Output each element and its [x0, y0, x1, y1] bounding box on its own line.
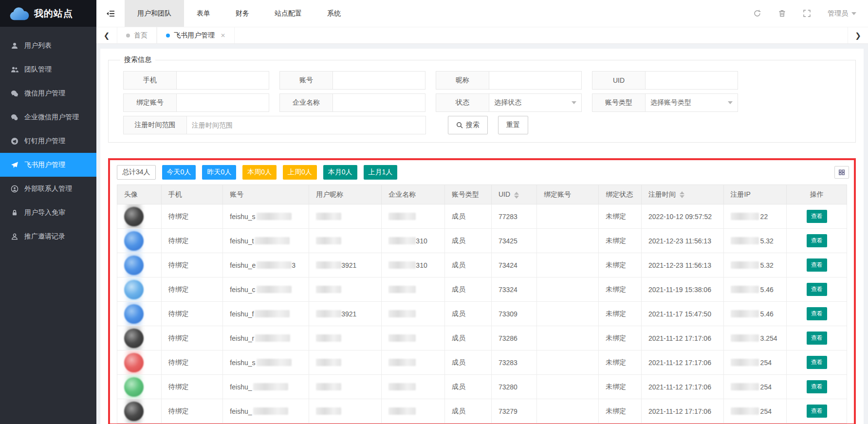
company-cell: 310	[382, 253, 445, 277]
search-field-input[interactable]	[489, 71, 582, 90]
phone-cell: 待绑定	[161, 399, 223, 424]
sidebar-item-4[interactable]: 企业微信用户管理	[0, 105, 96, 129]
brand-logo[interactable]: 我的站点	[0, 0, 96, 27]
phone-cell: 待绑定	[161, 326, 223, 350]
action-cell: 查看	[787, 375, 847, 399]
phone-cell: 待绑定	[161, 375, 223, 399]
tab-2[interactable]: 飞书用户管理✕	[157, 27, 235, 43]
search-field-input[interactable]	[646, 71, 738, 90]
search-field-label: 账号类型	[592, 93, 646, 112]
search-field-input[interactable]	[333, 71, 425, 90]
top-nav-item-3[interactable]: 财务	[223, 0, 262, 27]
column-settings-button[interactable]	[834, 166, 849, 179]
tabs-scroll-left-icon[interactable]: ❮	[96, 27, 117, 43]
wechat-work-icon	[11, 113, 18, 121]
sidebar-collapse-icon[interactable]	[96, 9, 125, 18]
sidebar-item-7[interactable]: 外部联系人管理	[0, 177, 96, 201]
uid-cell: 73309	[491, 302, 536, 326]
sidebar-item-label: 团队管理	[24, 65, 52, 74]
select-value: 选择账号类型	[650, 98, 691, 107]
ip-redaction-blur	[731, 310, 759, 317]
sidebar-item-6[interactable]: 飞书用户管理	[0, 153, 96, 177]
search-field-input[interactable]	[177, 93, 269, 112]
stat-badge-7[interactable]: 上月1人	[364, 165, 398, 180]
top-nav-item-5[interactable]: 系统	[314, 0, 353, 27]
fullscreen-icon[interactable]	[803, 9, 811, 18]
avatar-wrap	[124, 231, 144, 251]
uid-cell: 73324	[491, 277, 536, 302]
dingtalk-icon	[11, 137, 18, 145]
chevron-down-icon	[728, 101, 733, 104]
sidebar-item-1[interactable]: 用户列表	[0, 34, 96, 57]
register-time-range-input[interactable]	[187, 116, 426, 134]
tabs-scroll-right-icon[interactable]: ❯	[848, 27, 868, 43]
nickname-redaction-blur	[316, 334, 341, 342]
account-prefix: feishu_s	[230, 213, 255, 221]
tab-bar: ❮ 首页飞书用户管理✕ ❯	[96, 27, 868, 44]
account-redaction-blur	[255, 237, 290, 244]
sidebar-item-5[interactable]: 钉钉用户管理	[0, 129, 96, 153]
view-button[interactable]: 查看	[807, 283, 827, 296]
refresh-icon[interactable]	[753, 9, 761, 18]
stat-badge-4[interactable]: 本周0人	[242, 165, 277, 180]
annotation-highlight-box: 总计34人今天0人昨天0人本周0人上周0人本月0人上月1人	[108, 158, 856, 424]
view-button[interactable]: 查看	[807, 258, 827, 272]
view-button[interactable]: 查看	[807, 405, 827, 418]
avatar	[124, 304, 144, 324]
reset-button[interactable]: 重置	[498, 116, 528, 134]
company-tail: 310	[416, 237, 427, 245]
uid-cell: 73424	[491, 253, 536, 277]
tab-1[interactable]: 首页	[117, 27, 157, 43]
sidebar-item-2[interactable]: 团队管理	[0, 57, 96, 81]
sidebar-item-9[interactable]: 推广邀请记录	[0, 224, 96, 248]
view-button[interactable]: 查看	[807, 356, 827, 369]
brand-title: 我的站点	[34, 7, 73, 20]
view-button[interactable]: 查看	[807, 332, 827, 345]
search-panel-title: 搜索信息	[120, 55, 155, 64]
uid-cell: 73280	[491, 375, 536, 399]
stat-badge-3[interactable]: 昨天0人	[202, 165, 236, 180]
tab-close-icon[interactable]: ✕	[221, 32, 225, 39]
avatar	[124, 231, 144, 251]
tab-status-dot	[166, 34, 170, 37]
bind-status-cell: 未绑定	[599, 399, 642, 424]
search-form-row-2: 绑定账号企业名称状态选择状态账号类型选择账号类型	[123, 93, 855, 112]
view-button[interactable]: 查看	[807, 234, 827, 247]
view-button[interactable]: 查看	[807, 210, 827, 223]
register-time-cell: 2021-11-12 17:17:06	[641, 399, 723, 424]
sidebar-item-3[interactable]: 微信用户管理	[0, 81, 96, 105]
search-field-select[interactable]: 选择账号类型	[646, 93, 738, 112]
view-button[interactable]: 查看	[807, 307, 827, 320]
top-nav-item-1[interactable]: 用户和团队	[125, 0, 184, 27]
search-field-input[interactable]	[333, 93, 425, 112]
register-time-range-group: 注册时间范围	[123, 116, 426, 134]
stat-badge-5[interactable]: 上周0人	[283, 165, 317, 180]
sidebar-item-8[interactable]: 用户导入免审	[0, 201, 96, 224]
trash-icon[interactable]	[778, 9, 786, 18]
stat-badge-2[interactable]: 今天0人	[162, 165, 196, 180]
sort-icon[interactable]	[514, 192, 519, 199]
company-cell: 310	[382, 229, 445, 253]
search-field-input[interactable]	[177, 71, 269, 90]
avatar-wrap	[124, 207, 144, 226]
column-header-label: 操作	[810, 190, 824, 198]
account-prefix: feishu_f	[230, 310, 254, 318]
account-type-cell: 成员	[445, 399, 492, 424]
search-field-label: 账号	[279, 71, 333, 90]
sidebar-item-label: 微信用户管理	[24, 89, 65, 98]
stat-badge-6[interactable]: 本月0人	[323, 165, 357, 180]
sort-icon[interactable]	[680, 191, 684, 198]
avatar-wrap	[124, 256, 144, 275]
search-field-select[interactable]: 选择状态	[489, 93, 582, 112]
admin-menu[interactable]: 管理员	[828, 9, 856, 18]
search-field-6: 企业名称	[279, 93, 425, 112]
tab-status-dot	[126, 34, 130, 37]
view-button[interactable]: 查看	[807, 380, 827, 393]
stat-badge-1[interactable]: 总计34人	[117, 165, 156, 180]
search-button[interactable]: 搜索	[448, 116, 488, 134]
top-nav-item-2[interactable]: 表单	[184, 0, 223, 27]
sidebar: 我的站点 用户列表团队管理微信用户管理企业微信用户管理钉钉用户管理飞书用户管理外…	[0, 0, 96, 424]
grid-icon	[838, 169, 845, 176]
ip-tail: 5.32	[760, 237, 774, 245]
top-nav-item-4[interactable]: 站点配置	[262, 0, 314, 27]
